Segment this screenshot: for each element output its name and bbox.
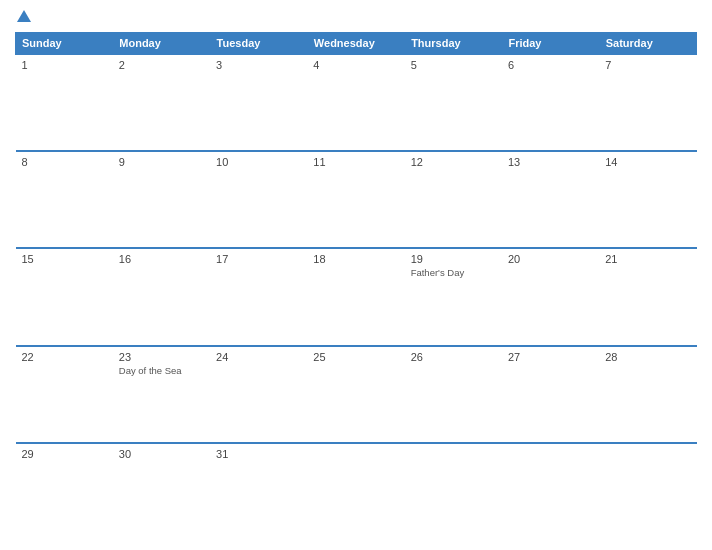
cell-day-number: 1 [22, 59, 107, 71]
calendar-cell: 13 [502, 151, 599, 248]
calendar-cell: 8 [16, 151, 113, 248]
cell-event-label: Father's Day [411, 267, 496, 278]
weekday-header-row: SundayMondayTuesdayWednesdayThursdayFrid… [16, 33, 697, 55]
calendar-table: SundayMondayTuesdayWednesdayThursdayFrid… [15, 32, 697, 540]
weekday-header-tuesday: Tuesday [210, 33, 307, 55]
calendar-cell: 6 [502, 54, 599, 151]
cell-day-number: 9 [119, 156, 204, 168]
calendar-cell: 25 [307, 346, 404, 443]
calendar-week-row: 2223Day of the Sea2425262728 [16, 346, 697, 443]
cell-day-number: 29 [22, 448, 107, 460]
cell-day-number: 15 [22, 253, 107, 265]
calendar-cell: 24 [210, 346, 307, 443]
cell-day-number: 31 [216, 448, 301, 460]
calendar-cell [307, 443, 404, 540]
calendar-week-row: 1234567 [16, 54, 697, 151]
logo [15, 10, 31, 24]
calendar-cell: 22 [16, 346, 113, 443]
calendar-cell: 23Day of the Sea [113, 346, 210, 443]
weekday-header-thursday: Thursday [405, 33, 502, 55]
calendar-cell: 7 [599, 54, 696, 151]
weekday-header-monday: Monday [113, 33, 210, 55]
cell-day-number: 26 [411, 351, 496, 363]
cell-day-number: 22 [22, 351, 107, 363]
calendar-week-row: 293031 [16, 443, 697, 540]
calendar-cell: 31 [210, 443, 307, 540]
calendar-cell: 27 [502, 346, 599, 443]
cell-day-number: 23 [119, 351, 204, 363]
calendar-cell: 28 [599, 346, 696, 443]
calendar-cell: 10 [210, 151, 307, 248]
cell-day-number: 11 [313, 156, 398, 168]
cell-day-number: 8 [22, 156, 107, 168]
cell-day-number: 3 [216, 59, 301, 71]
calendar-cell: 5 [405, 54, 502, 151]
calendar-cell [599, 443, 696, 540]
calendar-week-row: 891011121314 [16, 151, 697, 248]
calendar-cell: 15 [16, 248, 113, 345]
cell-day-number: 16 [119, 253, 204, 265]
calendar-cell [405, 443, 502, 540]
cell-day-number: 7 [605, 59, 690, 71]
calendar-cell: 1 [16, 54, 113, 151]
calendar-cell: 3 [210, 54, 307, 151]
calendar-cell: 18 [307, 248, 404, 345]
weekday-header-wednesday: Wednesday [307, 33, 404, 55]
cell-day-number: 30 [119, 448, 204, 460]
cell-day-number: 5 [411, 59, 496, 71]
cell-day-number: 13 [508, 156, 593, 168]
calendar-cell: 14 [599, 151, 696, 248]
calendar-cell: 9 [113, 151, 210, 248]
weekday-header-sunday: Sunday [16, 33, 113, 55]
cell-day-number: 14 [605, 156, 690, 168]
cell-day-number: 18 [313, 253, 398, 265]
calendar-cell: 30 [113, 443, 210, 540]
calendar-cell: 29 [16, 443, 113, 540]
calendar-cell: 2 [113, 54, 210, 151]
weekday-header-friday: Friday [502, 33, 599, 55]
cell-day-number: 17 [216, 253, 301, 265]
calendar-cell: 21 [599, 248, 696, 345]
cell-day-number: 6 [508, 59, 593, 71]
calendar-cell: 11 [307, 151, 404, 248]
cell-day-number: 27 [508, 351, 593, 363]
cell-day-number: 24 [216, 351, 301, 363]
cell-day-number: 12 [411, 156, 496, 168]
calendar-cell: 20 [502, 248, 599, 345]
cell-day-number: 25 [313, 351, 398, 363]
cell-day-number: 28 [605, 351, 690, 363]
cell-day-number: 2 [119, 59, 204, 71]
calendar-cell: 26 [405, 346, 502, 443]
cell-day-number: 21 [605, 253, 690, 265]
calendar-cell: 17 [210, 248, 307, 345]
cell-day-number: 20 [508, 253, 593, 265]
calendar-week-row: 1516171819Father's Day2021 [16, 248, 697, 345]
cell-day-number: 19 [411, 253, 496, 265]
cell-day-number: 4 [313, 59, 398, 71]
weekday-header-saturday: Saturday [599, 33, 696, 55]
calendar-cell: 16 [113, 248, 210, 345]
calendar-cell: 19Father's Day [405, 248, 502, 345]
calendar-header [15, 10, 697, 24]
calendar-cell: 4 [307, 54, 404, 151]
calendar-cell: 12 [405, 151, 502, 248]
cell-event-label: Day of the Sea [119, 365, 204, 376]
calendar-page: SundayMondayTuesdayWednesdayThursdayFrid… [0, 0, 712, 550]
calendar-cell [502, 443, 599, 540]
logo-triangle-icon [17, 10, 31, 22]
cell-day-number: 10 [216, 156, 301, 168]
